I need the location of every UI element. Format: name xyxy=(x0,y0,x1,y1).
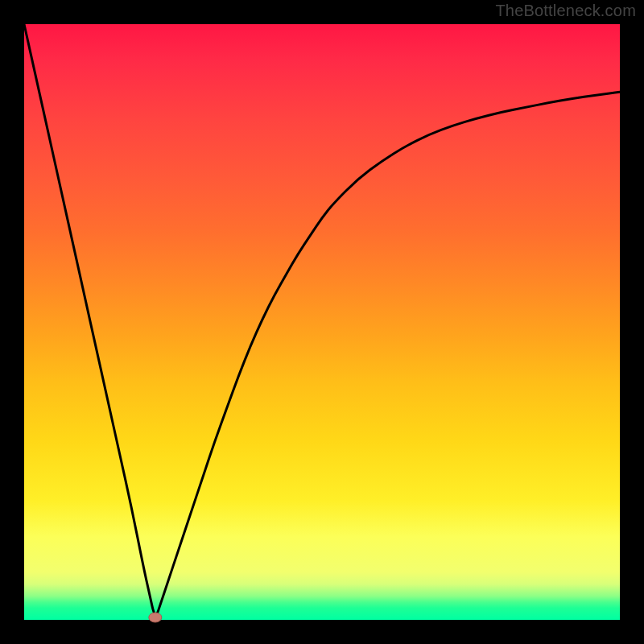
bottleneck-curve xyxy=(24,24,620,614)
watermark-text: TheBottleneck.com xyxy=(495,2,636,20)
curve-group xyxy=(24,24,620,614)
marker-group xyxy=(149,613,162,622)
chart-frame: TheBottleneck.com xyxy=(0,0,644,644)
optimum-marker xyxy=(149,613,162,622)
chart-svg xyxy=(0,0,644,644)
